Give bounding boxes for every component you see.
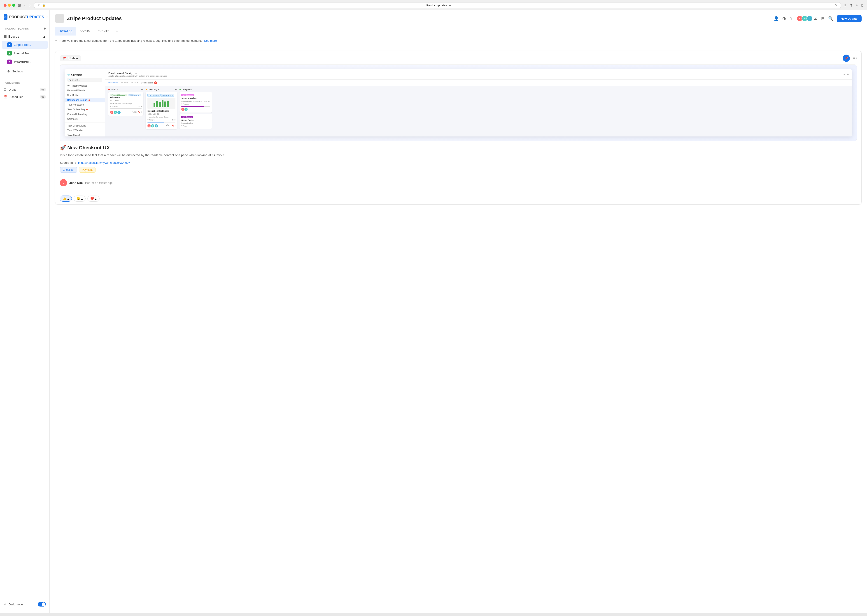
heart-emoji: ❤️ xyxy=(90,197,94,200)
more-options-button[interactable]: ••• xyxy=(853,56,857,61)
header-actions: 👤 ◑ ⇧ A B C 20 ⊞ 🔍 New Update xyxy=(774,15,862,22)
preview-sprint-back-title: Sprint Back... xyxy=(181,119,210,121)
sidebar-item-internal-tea[interactable]: ★ Internal Tea... xyxy=(2,49,48,57)
svg-rect-1 xyxy=(156,101,158,107)
preview-femword: Femword Website xyxy=(65,88,105,93)
logo-icon: PU xyxy=(4,14,8,20)
preview-tab-alltask: All Task xyxy=(121,82,128,84)
reaction-wow[interactable]: 😮 1 xyxy=(74,196,85,202)
tab-updates[interactable]: UPDATES xyxy=(55,27,76,36)
sidebar-item-infrastructure[interactable]: ★ Infrastructu... xyxy=(2,58,48,66)
comment-row: J John Doe . less then a minute ago xyxy=(60,176,857,189)
tab-forum[interactable]: FORUM xyxy=(76,27,94,36)
avatar-3: C xyxy=(807,15,813,22)
add-board-button[interactable]: + xyxy=(44,27,46,31)
banner-text: Here we share the latest updates from th… xyxy=(59,39,202,42)
theme-icon[interactable]: ◑ xyxy=(782,16,786,21)
logo-text-prefix: PRODUCT xyxy=(9,15,27,19)
source-label: Source link : xyxy=(60,161,76,165)
preview-tab-timeline: Timeline xyxy=(131,82,139,84)
preview-tag-ux-designer: UX Designer xyxy=(181,94,194,96)
tag-checkout[interactable]: Checkout xyxy=(60,167,77,173)
preview-sprint-back-progress: ≡ Pro... xyxy=(181,125,187,127)
sidebar-item-ztripe-label: Ztripe Prod... xyxy=(14,43,31,46)
user-icon[interactable]: 👤 xyxy=(774,16,779,21)
thumbsup-count: 1 xyxy=(67,197,69,200)
commenter-name: John Doe xyxy=(69,181,83,184)
sidebar-item-ztripe-prod[interactable]: ★ Ztripe Prod... xyxy=(2,41,48,49)
preview-column-completed: Completed UX Designer Sprint 1 Review In… xyxy=(180,88,212,130)
preview-tab-communication: Comunication ✕ xyxy=(141,82,157,84)
preview-card-wireframe: Product Manager UX Designer Wireframe Mo… xyxy=(109,92,143,116)
preview-card-wireframe-desc: Inspiration for clean design xyxy=(110,102,142,104)
tabs-icon[interactable]: ⧉ xyxy=(861,3,863,8)
product-boards-label: PRODUCT BOARDS xyxy=(4,27,29,30)
preview-all-project-label: All Project xyxy=(71,74,82,76)
preview-inspiration-desc: Inspiration for clean design xyxy=(147,116,175,118)
product-boards-section: PRODUCT BOARDS + xyxy=(0,25,49,33)
back-button[interactable]: ‹ xyxy=(24,3,27,8)
preview-inspiration-progress-bar xyxy=(147,122,175,123)
filter-icon[interactable]: ⊞ xyxy=(821,16,824,21)
tab-events[interactable]: EVENTS xyxy=(94,27,113,36)
ztripe-prod-icon: ★ xyxy=(7,42,12,47)
mini-avatar-2: B xyxy=(114,111,117,114)
preview-inspiration-comments: 💬 21 🔖 3 xyxy=(166,124,175,127)
browser-chrome: ⊞ ‹ › 🛡 🔒 Productupdates.com ↻ ⬇ ⬆ + ⧉ xyxy=(0,0,867,10)
preview-comment-count: 💬 21 🔖 3 xyxy=(132,111,142,113)
post-card-header: 🚩 Update 📌 ••• xyxy=(55,51,861,64)
preview-column-todo: To do 3 ••• Product Manager UX Designer … xyxy=(109,88,143,130)
preview-tag-ux4: UX Desig... xyxy=(181,116,193,118)
url-display[interactable]: Productupdates.com xyxy=(47,4,833,7)
maximize-button[interactable] xyxy=(12,4,15,7)
sidebar-item-scheduled[interactable]: 📅 Scheduled 03 xyxy=(0,93,49,101)
preview-dashboard-label: Dashboard Design xyxy=(67,99,87,101)
sidebar-item-infrastructure-label: Infrastructu... xyxy=(14,60,31,64)
sidebar-item-drafts[interactable]: ☐ Drafts 01 xyxy=(0,86,49,93)
source-url[interactable]: http://atlassian/myworkspace/WA-007 xyxy=(81,161,130,165)
traffic-lights xyxy=(4,4,15,7)
commenter-avatar: J xyxy=(60,179,67,186)
new-tab-icon[interactable]: + xyxy=(856,3,858,8)
see-more-link[interactable]: See more xyxy=(204,39,217,42)
preview-dot2-red xyxy=(86,109,88,110)
reaction-heart[interactable]: ❤️ 1 xyxy=(87,196,99,202)
share-header-icon[interactable]: ⇧ xyxy=(790,16,793,21)
preview-search-placeholder: Search... xyxy=(72,79,80,81)
add-tab-button[interactable]: + xyxy=(113,27,121,36)
reload-icon[interactable]: ↻ xyxy=(834,4,837,7)
sidebar-toggle-icon[interactable]: ⊞ xyxy=(18,3,21,8)
dark-mode-toggle[interactable]: ☀ Dark mode xyxy=(0,599,49,609)
member-count: 20 xyxy=(814,17,817,20)
sidebar-logo[interactable]: PU PRODUCTUPDATES ▾ xyxy=(0,14,49,25)
search-icon[interactable]: 🔍 xyxy=(828,16,833,21)
preview-sidebar: 👕 All Project 🔍 Search... 👁 Recently vie… xyxy=(65,69,105,137)
preview-odama-label: Odama Rebranding xyxy=(67,113,87,115)
internal-tea-icon: ★ xyxy=(7,51,12,55)
sidebar-item-settings[interactable]: ⚙ Settings xyxy=(2,68,48,75)
reaction-thumbsup[interactable]: 👍 1 xyxy=(60,196,72,202)
commenter-time: . less then a minute ago xyxy=(84,181,112,184)
tag-payment[interactable]: Payment xyxy=(79,167,96,173)
preview-seas-onboarding: Seas Onboarding xyxy=(65,107,105,112)
drafts-icon: ☐ xyxy=(4,88,6,91)
dark-mode-switch[interactable] xyxy=(38,602,46,607)
boards-group[interactable]: ⊞ Boards ▲ xyxy=(0,33,49,40)
download-icon[interactable]: ⬇ xyxy=(843,3,847,8)
forward-button[interactable]: › xyxy=(28,3,31,8)
preview-tag-ux3: UX Designer xyxy=(161,94,174,97)
minimize-button[interactable] xyxy=(8,4,11,7)
preview-sprint1-title: Sprint 1 Review xyxy=(181,97,210,99)
logo-text: PRODUCTUPDATES xyxy=(9,15,44,19)
pin-button[interactable]: 📌 xyxy=(843,55,850,62)
share-icon[interactable]: ⬆ xyxy=(850,3,853,8)
address-bar[interactable]: 🛡 🔒 Productupdates.com ↻ xyxy=(34,2,841,8)
preview-task3: Task 3 Mobile xyxy=(65,133,105,137)
preview-workspace-label: Your Workspace xyxy=(67,104,84,106)
preview-tag-ux: UX Designer xyxy=(128,94,141,96)
close-button[interactable] xyxy=(4,4,6,7)
dashboard-preview: 👕 All Project 🔍 Search... 👁 Recently vie… xyxy=(60,64,857,141)
preview-odama: Odama Rebranding xyxy=(65,112,105,116)
new-update-button[interactable]: New Update xyxy=(837,15,862,22)
pencil-icon: ✏ xyxy=(55,39,58,42)
